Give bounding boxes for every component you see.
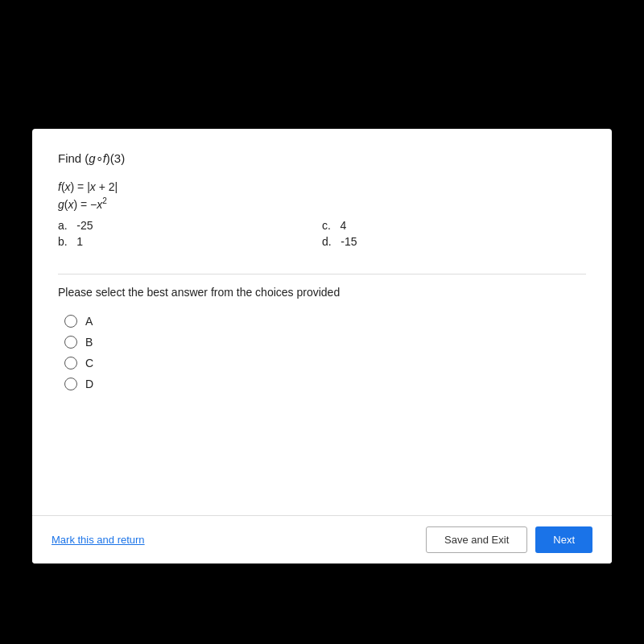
radio-option-c[interactable]: C [64, 357, 586, 369]
radio-option-d[interactable]: D [64, 378, 586, 390]
divider [58, 274, 586, 275]
screen-container: Find (g∘f)(3) f(x) = |x + 2| g(x) = −x2 … [0, 0, 644, 644]
question-card: Find (g∘f)(3) f(x) = |x + 2| g(x) = −x2 … [32, 129, 612, 564]
footer-buttons: Save and Exit Next [426, 526, 592, 553]
choice-b: b. 1 [58, 235, 322, 248]
card-footer: Mark this and return Save and Exit Next [32, 515, 612, 564]
radio-option-b[interactable]: B [64, 336, 586, 349]
choice-a: a. -25 [58, 219, 322, 232]
radio-label-b: B [85, 336, 93, 349]
instruction-text: Please select the best answer from the c… [58, 286, 586, 299]
radio-label-a: A [85, 315, 93, 328]
choice-c: c. 4 [322, 219, 586, 232]
next-button[interactable]: Next [535, 526, 592, 553]
radio-label-d: D [85, 378, 93, 390]
radio-circle-a[interactable] [64, 315, 77, 328]
choices-grid: a. -25 c. 4 b. 1 d. -15 [58, 219, 586, 248]
function-g: g(x) = −x2 [58, 196, 586, 211]
radio-circle-d[interactable] [64, 378, 77, 390]
radio-circle-b[interactable] [64, 336, 77, 349]
save-exit-button[interactable]: Save and Exit [426, 526, 527, 553]
radio-circle-c[interactable] [64, 357, 77, 369]
radio-option-a[interactable]: A [64, 315, 586, 328]
choice-d: d. -15 [322, 235, 586, 248]
question-title: Find (g∘f)(3) [58, 151, 586, 166]
radio-label-c: C [85, 357, 93, 369]
mark-return-link[interactable]: Mark this and return [52, 534, 145, 546]
radio-options: A B C D [64, 315, 586, 390]
function-f: f(x) = |x + 2| [58, 180, 586, 193]
